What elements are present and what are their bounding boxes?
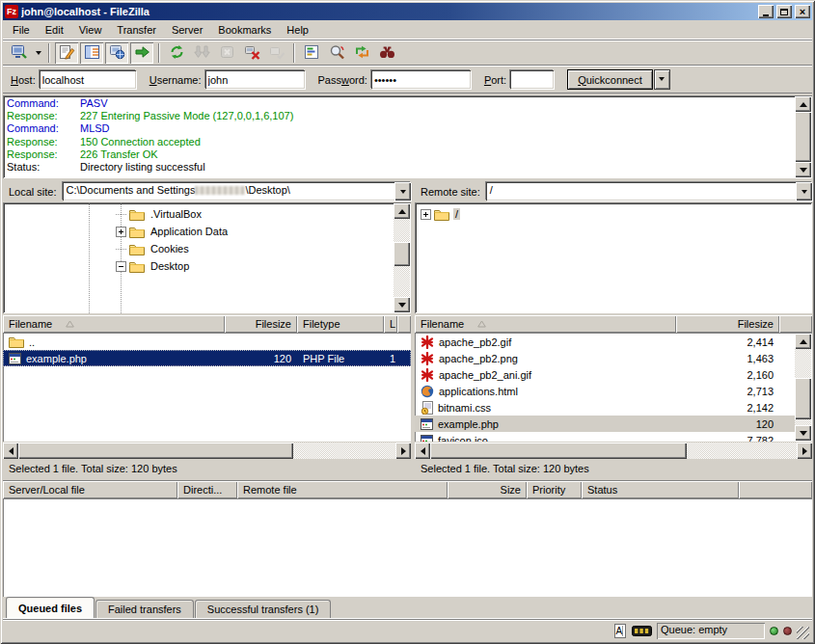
tab-failed-transfers[interactable]: Failed transfers bbox=[95, 600, 194, 618]
close-button[interactable]: × bbox=[795, 5, 810, 18]
menu-item-bookmarks[interactable]: Bookmarks bbox=[210, 21, 279, 39]
scroll-up-button[interactable] bbox=[394, 203, 410, 219]
menu-item-edit[interactable]: Edit bbox=[38, 21, 71, 39]
menu-item-file[interactable]: File bbox=[5, 21, 38, 39]
scroll-track[interactable] bbox=[795, 349, 811, 425]
menu-item-help[interactable]: Help bbox=[279, 21, 316, 39]
scroll-up-button[interactable] bbox=[795, 96, 811, 112]
scroll-left-button[interactable] bbox=[415, 443, 430, 459]
synchronized-browsing-button[interactable] bbox=[350, 42, 373, 64]
scroll-down-button[interactable] bbox=[795, 162, 811, 177]
expand-icon[interactable] bbox=[421, 209, 431, 220]
file-row-example-php[interactable]: example.php120PHP File1 bbox=[3, 350, 411, 366]
file-row-apache-pb2-gif[interactable]: apache_pb2.gif2,414 bbox=[415, 334, 796, 350]
local-site-dropdown-button[interactable] bbox=[394, 182, 411, 201]
scroll-thumb[interactable] bbox=[795, 378, 811, 419]
scroll-thumb[interactable] bbox=[394, 242, 410, 265]
toggle-local-tree-button[interactable] bbox=[80, 42, 103, 64]
column-header-filesize[interactable]: Filesize bbox=[676, 315, 779, 333]
column-header-server-local-file[interactable]: Server/Local file bbox=[3, 481, 177, 498]
column-header-filename[interactable]: Filename bbox=[415, 315, 676, 333]
tab-queued-files[interactable]: Queued files bbox=[6, 597, 95, 618]
chevron-down-icon bbox=[801, 190, 807, 197]
column-header-filesize[interactable]: Filesize bbox=[225, 315, 297, 333]
column-header-filename[interactable]: Filename bbox=[3, 315, 225, 333]
scroll-thumb[interactable] bbox=[18, 443, 293, 459]
local-site-combo[interactable]: C:\Documents and Settings\Desktop\ bbox=[63, 182, 411, 201]
scroll-down-button[interactable] bbox=[795, 425, 811, 441]
local-tree-scrollbar[interactable] bbox=[394, 203, 410, 312]
directory-comparison-button[interactable] bbox=[325, 42, 348, 64]
scroll-right-button[interactable] bbox=[797, 443, 812, 459]
tree-item-blank[interactable]: / bbox=[415, 205, 812, 223]
column-header-status[interactable]: Status bbox=[582, 481, 739, 498]
log-line: Response:226 Transfer OK bbox=[7, 148, 793, 161]
column-header-priority[interactable]: Priority bbox=[527, 481, 582, 498]
tab-successful-transfers-1[interactable]: Successful transfers (1) bbox=[195, 600, 332, 618]
scroll-track[interactable] bbox=[394, 219, 410, 297]
scroll-left-button[interactable] bbox=[3, 443, 18, 459]
collapse-icon[interactable] bbox=[116, 261, 126, 272]
menu-item-transfer[interactable]: Transfer bbox=[109, 21, 164, 39]
site-manager-button[interactable] bbox=[8, 42, 31, 64]
column-header-directi[interactable]: Directi... bbox=[177, 481, 237, 498]
file-row-apache-pb2-png[interactable]: apache_pb2.png1,463 bbox=[415, 350, 796, 366]
scroll-up-button[interactable] bbox=[795, 334, 811, 349]
speedlimit-badge-icon bbox=[632, 626, 652, 636]
disconnect-button[interactable] bbox=[240, 42, 263, 64]
file-row-bitnami-css[interactable]: bitnami.css2,142 bbox=[415, 399, 796, 416]
scroll-thumb[interactable] bbox=[430, 443, 687, 459]
resize-grip[interactable] bbox=[797, 627, 809, 639]
window-title: john@localhost - FileZilla bbox=[21, 6, 755, 17]
scroll-track[interactable] bbox=[795, 112, 811, 162]
toggle-remote-tree-button[interactable] bbox=[105, 42, 128, 64]
scroll-right-button[interactable] bbox=[395, 443, 411, 459]
file-row-blank[interactable]: .. bbox=[3, 334, 411, 350]
host-input[interactable] bbox=[40, 70, 136, 89]
log-scrollbar[interactable] bbox=[795, 96, 811, 177]
tree-guide-line bbox=[89, 202, 90, 313]
menu-item-view[interactable]: View bbox=[71, 21, 110, 39]
column-header-remote-file[interactable]: Remote file bbox=[237, 481, 448, 498]
minimize-button[interactable] bbox=[758, 5, 774, 18]
site-manager-dropdown-button[interactable] bbox=[32, 42, 44, 64]
toggle-queue-button[interactable] bbox=[130, 42, 153, 64]
file-row-applications-html[interactable]: applications.html2,713 bbox=[415, 383, 796, 399]
file-row-apache-pb2-ani-gif[interactable]: apache_pb2_ani.gif2,160 bbox=[415, 366, 796, 383]
expand-icon[interactable] bbox=[116, 227, 126, 237]
file-row-favicon-ico[interactable]: favicon.ico7,782 bbox=[415, 432, 796, 442]
column-header-label: Status bbox=[587, 484, 617, 496]
password-input[interactable] bbox=[371, 70, 471, 89]
file-row-example-php[interactable]: example.php120 bbox=[415, 416, 796, 432]
refresh-button[interactable] bbox=[165, 42, 188, 64]
directory-filters-button[interactable] bbox=[300, 42, 323, 64]
remote-site-dropdown-button[interactable] bbox=[796, 182, 812, 201]
tree-item-application-data[interactable]: Application Data bbox=[3, 223, 411, 240]
remote-list-scrollbar[interactable] bbox=[795, 334, 811, 441]
port-input[interactable] bbox=[510, 70, 554, 89]
filename-label: bitnami.css bbox=[438, 402, 491, 414]
remote-site-combo[interactable]: / bbox=[486, 182, 812, 201]
maximize-button[interactable] bbox=[776, 5, 792, 18]
column-header-filetype[interactable]: Filetype bbox=[297, 315, 384, 333]
scroll-track[interactable] bbox=[430, 443, 797, 459]
menu-item-server[interactable]: Server bbox=[164, 21, 210, 39]
scroll-track[interactable] bbox=[18, 443, 395, 459]
filename-label: example.php bbox=[438, 418, 499, 430]
quickconnect-dropdown-button[interactable] bbox=[654, 69, 670, 90]
toggle-message-log-button[interactable] bbox=[55, 42, 78, 64]
tree-item-desktop[interactable]: Desktop bbox=[3, 257, 411, 275]
tree-item-cookies[interactable]: Cookies bbox=[3, 240, 411, 257]
quickconnect-button[interactable]: Quickconnect bbox=[567, 69, 653, 90]
scroll-thumb[interactable] bbox=[795, 112, 811, 162]
column-header-size[interactable]: Size bbox=[448, 481, 527, 498]
apache-icon bbox=[421, 352, 434, 365]
local-hscrollbar[interactable] bbox=[3, 443, 411, 459]
tree-item-virtualbox[interactable]: .VirtualBox bbox=[3, 205, 411, 223]
remote-hscrollbar[interactable] bbox=[415, 443, 812, 459]
menu-bar: FileEditViewTransferServerBookmarksHelp bbox=[3, 20, 812, 40]
scroll-down-button[interactable] bbox=[394, 297, 410, 312]
find-files-button[interactable] bbox=[375, 42, 398, 64]
username-input[interactable] bbox=[205, 70, 305, 89]
column-header-l[interactable]: L bbox=[384, 315, 397, 333]
